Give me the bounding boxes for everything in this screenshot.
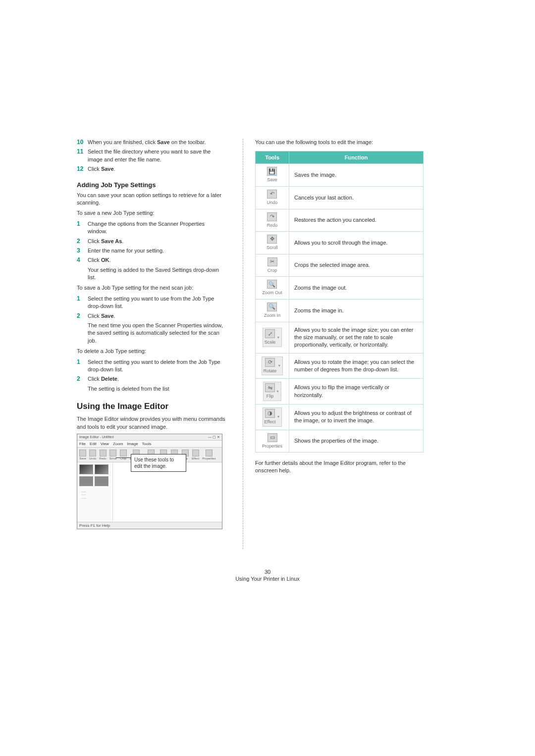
step-line: 2Click Save. <box>77 312 225 320</box>
column-divider <box>243 139 243 549</box>
flip-icon: ⇋ <box>265 383 275 392</box>
table-row: 💾SaveSaves the image. <box>256 164 424 187</box>
tool-button[interactable]: ↶Undo <box>267 190 278 206</box>
ss-tool-scroll[interactable]: Scroll <box>108 449 118 461</box>
next-steps: 1Select the setting you want to use from… <box>77 295 225 320</box>
next-job-intro: To save a Job Type setting for the next … <box>77 284 225 292</box>
function-cell: Cancels your last action. <box>289 186 424 209</box>
tool-button[interactable]: ↷Redo <box>267 212 278 229</box>
table-row: ▭PropertiesShows the properties of the i… <box>256 430 424 453</box>
step-number: 3 <box>77 247 88 254</box>
tool-button[interactable]: 🔍Zoom Out <box>262 280 282 296</box>
tool-label: Effect <box>265 419 276 425</box>
step-line: 2Click Save As. <box>77 238 225 245</box>
step-text: Click Save. <box>88 165 225 173</box>
ss-menubar: FileEditViewZoomImageTools <box>77 441 222 448</box>
function-cell: Crops the selected image area. <box>289 254 424 277</box>
save-note: Your setting is added to the Saved Setti… <box>88 266 225 282</box>
ss-tool-properties[interactable]: Properties <box>201 449 217 461</box>
step-line: 2Click Delete. <box>77 375 225 383</box>
tool-button[interactable]: ✥Scroll <box>267 235 278 251</box>
ss-menu-item[interactable]: Edit <box>90 442 97 446</box>
step-number: 2 <box>77 312 88 319</box>
table-row: ↷RedoRestores the action you canceled. <box>256 209 424 232</box>
save-icon: 💾 <box>267 167 277 176</box>
ss-menu-item[interactable]: Tools <box>142 442 152 446</box>
delete-note: The setting is deleted from the list <box>88 385 225 393</box>
function-cell: Zooms the image out. <box>289 277 424 300</box>
tool-button[interactable]: ⤢Scale▼ <box>263 328 282 347</box>
step-number: 1 <box>77 295 88 302</box>
properties-icon <box>206 450 213 456</box>
step-number: 2 <box>77 238 88 245</box>
step-text: Select the file directory where you want… <box>88 148 225 163</box>
tool-cell: ↷Redo <box>256 209 289 232</box>
ss-thumbnails: —————— <box>77 462 113 527</box>
step-text: Click Save. <box>88 312 225 320</box>
function-cell: Allows you to scale the image size; you … <box>289 322 424 353</box>
ss-tool-crop[interactable]: Crop <box>118 449 128 461</box>
step-line: 1Select the setting you want to use from… <box>77 295 225 310</box>
step-number: 1 <box>77 220 88 227</box>
zoom-in-icon: 🔍 <box>267 302 277 311</box>
tool-cell: ◑Effect▼ <box>256 404 289 430</box>
tools-table: Tools Function 💾SaveSaves the image.↶Und… <box>255 151 424 453</box>
undo-icon <box>89 450 96 456</box>
page-footer: 30 Using Your Printer in Linux <box>0 559 535 602</box>
step-line: 12Click Save. <box>77 165 225 173</box>
step-line: 3Enter the name for your setting. <box>77 247 225 254</box>
crop-icon: ✂ <box>268 257 277 266</box>
ss-body: —————— <box>77 462 222 527</box>
ss-thumb-props: —————— <box>79 488 110 502</box>
ss-tool-effect[interactable]: Effect <box>190 449 201 461</box>
function-cell: Allows you to scroll through the image. <box>289 232 424 254</box>
tool-cell: ↶Undo <box>256 186 289 209</box>
tool-button[interactable]: ▭Properties <box>262 433 282 450</box>
page-number: 30 <box>0 569 535 575</box>
function-cell: Allows you to adjust the brightness or c… <box>289 404 424 430</box>
step-text: Click Delete. <box>88 375 225 383</box>
step-line: 1Select the setting you want to delete f… <box>77 358 225 374</box>
rotate-icon: ⟳ <box>265 358 275 367</box>
tool-button[interactable]: ⇋Flip▼ <box>263 382 281 401</box>
tool-button[interactable]: 💾Save <box>267 167 277 183</box>
tool-label: Scroll <box>267 245 278 251</box>
th-tools: Tools <box>256 151 289 164</box>
step-line: 4Click OK. <box>77 256 225 264</box>
ss-tool-save[interactable]: Save <box>78 449 88 461</box>
save-new-intro: To save a new Job Type setting: <box>77 209 225 217</box>
chevron-down-icon: ▼ <box>276 335 280 340</box>
tool-button[interactable]: ✂Crop <box>268 257 277 274</box>
function-cell: Allows you to rotate the image; you can … <box>289 353 424 379</box>
step-number: 12 <box>77 165 88 172</box>
step-line: 10When you are finished, click Save on t… <box>77 139 225 146</box>
tool-label: Rotate <box>264 368 277 374</box>
ss-tool-undo[interactable]: Undo <box>88 449 98 461</box>
redo-icon <box>100 450 107 456</box>
tool-button[interactable]: 🔍Zoom In <box>264 302 280 319</box>
tool-cell: 🔍Zoom Out <box>256 277 289 300</box>
table-row: 🔍Zoom InZooms the image in. <box>256 299 424 322</box>
ss-menu-item[interactable]: View <box>101 442 109 446</box>
left-column: 10When you are finished, click Save on t… <box>77 139 225 529</box>
ss-menu-item[interactable]: Zoom <box>113 442 123 446</box>
undo-icon: ↶ <box>267 190 277 199</box>
ss-tool-label: Undo <box>89 457 96 460</box>
tool-label: Redo <box>267 222 278 229</box>
step-line: 11Select the file directory where you wa… <box>77 148 225 163</box>
ss-menu-item[interactable]: Image <box>127 442 138 446</box>
tool-label: Save <box>267 177 277 183</box>
footer-caption: Using Your Printer in Linux <box>0 576 535 582</box>
ss-menu-item[interactable]: File <box>79 442 86 446</box>
step-number: 4 <box>77 256 88 263</box>
tool-button[interactable]: ◑Effect▼ <box>263 407 282 427</box>
table-row: ✂CropCrops the selected image area. <box>256 254 424 277</box>
ss-tool-redo[interactable]: Redo <box>98 449 107 461</box>
table-intro: You can use the following tools to edit … <box>255 139 424 146</box>
tool-cell: ⤢Scale▼ <box>256 322 289 353</box>
ss-window-controls: — ▢ ✕ <box>208 435 220 439</box>
table-row: ↶UndoCancels your last action. <box>256 186 424 209</box>
tool-label: Zoom Out <box>262 290 282 296</box>
function-cell: Shows the properties of the image. <box>289 430 424 453</box>
tool-button[interactable]: ⟳Rotate▼ <box>262 356 283 376</box>
